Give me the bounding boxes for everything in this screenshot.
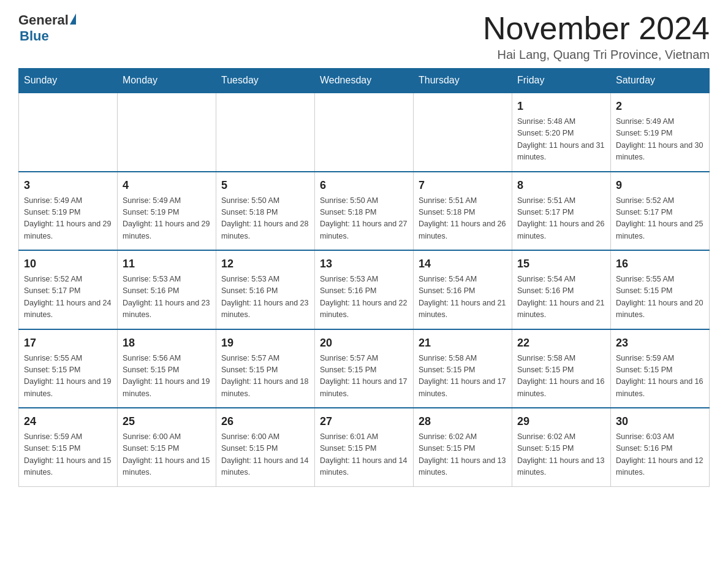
day-number: 1 xyxy=(517,98,605,115)
calendar-cell: 2Sunrise: 5:49 AM Sunset: 5:19 PM Daylig… xyxy=(611,93,710,172)
day-info: Sunrise: 6:03 AM Sunset: 5:16 PM Dayligh… xyxy=(616,431,704,479)
day-info: Sunrise: 5:55 AM Sunset: 5:15 PM Dayligh… xyxy=(24,353,112,400)
day-info: Sunrise: 5:54 AM Sunset: 5:16 PM Dayligh… xyxy=(419,274,507,321)
month-title: November 2024 xyxy=(483,12,710,44)
day-number: 30 xyxy=(616,413,704,430)
day-info: Sunrise: 5:48 AM Sunset: 5:20 PM Dayligh… xyxy=(517,116,605,164)
page-header: General Blue November 2024 Hai Lang, Qua… xyxy=(18,12,710,62)
calendar-cell: 5Sunrise: 5:50 AM Sunset: 5:18 PM Daylig… xyxy=(216,172,315,251)
logo-blue-text: Blue xyxy=(18,28,49,44)
day-info: Sunrise: 5:57 AM Sunset: 5:15 PM Dayligh… xyxy=(320,353,408,400)
day-number: 18 xyxy=(123,335,211,351)
day-info: Sunrise: 5:59 AM Sunset: 5:15 PM Dayligh… xyxy=(24,431,112,479)
day-info: Sunrise: 5:53 AM Sunset: 5:16 PM Dayligh… xyxy=(123,274,211,321)
calendar-cell: 7Sunrise: 5:51 AM Sunset: 5:18 PM Daylig… xyxy=(414,172,512,251)
day-number: 22 xyxy=(517,335,605,351)
calendar-week-row: 17Sunrise: 5:55 AM Sunset: 5:15 PM Dayli… xyxy=(19,329,710,408)
logo: General Blue xyxy=(18,12,76,44)
day-number: 12 xyxy=(221,256,309,272)
day-info: Sunrise: 6:00 AM Sunset: 5:15 PM Dayligh… xyxy=(123,431,211,479)
day-info: Sunrise: 5:59 AM Sunset: 5:15 PM Dayligh… xyxy=(616,353,704,400)
calendar-table: SundayMondayTuesdayWednesdayThursdayFrid… xyxy=(18,68,710,487)
day-number: 25 xyxy=(123,413,211,430)
day-info: Sunrise: 6:02 AM Sunset: 5:15 PM Dayligh… xyxy=(419,431,507,479)
day-number: 7 xyxy=(419,177,507,194)
day-number: 15 xyxy=(517,256,605,272)
calendar-cell: 28Sunrise: 6:02 AM Sunset: 5:15 PM Dayli… xyxy=(414,408,512,486)
calendar-cell: 24Sunrise: 5:59 AM Sunset: 5:15 PM Dayli… xyxy=(19,408,118,486)
calendar-cell: 13Sunrise: 5:53 AM Sunset: 5:16 PM Dayli… xyxy=(315,250,414,329)
day-info: Sunrise: 5:49 AM Sunset: 5:19 PM Dayligh… xyxy=(24,195,112,243)
calendar-cell xyxy=(216,93,315,172)
day-info: Sunrise: 5:50 AM Sunset: 5:18 PM Dayligh… xyxy=(221,195,309,243)
day-number: 3 xyxy=(24,177,112,194)
day-number: 21 xyxy=(419,335,507,351)
weekday-header-saturday: Saturday xyxy=(611,69,710,93)
calendar-cell: 21Sunrise: 5:58 AM Sunset: 5:15 PM Dayli… xyxy=(414,329,512,408)
calendar-cell xyxy=(315,93,414,172)
day-info: Sunrise: 6:02 AM Sunset: 5:15 PM Dayligh… xyxy=(517,431,605,479)
weekday-header-wednesday: Wednesday xyxy=(315,69,414,93)
day-info: Sunrise: 5:51 AM Sunset: 5:18 PM Dayligh… xyxy=(419,195,507,243)
weekday-header-friday: Friday xyxy=(512,69,611,93)
day-number: 6 xyxy=(320,177,408,194)
day-info: Sunrise: 5:58 AM Sunset: 5:15 PM Dayligh… xyxy=(517,353,605,400)
calendar-cell: 15Sunrise: 5:54 AM Sunset: 5:16 PM Dayli… xyxy=(512,250,611,329)
calendar-week-row: 1Sunrise: 5:48 AM Sunset: 5:20 PM Daylig… xyxy=(19,93,710,172)
day-number: 20 xyxy=(320,335,408,351)
day-number: 2 xyxy=(616,98,704,115)
logo-text: General xyxy=(18,12,76,28)
logo-arrow-icon xyxy=(70,13,76,25)
day-number: 29 xyxy=(517,413,605,430)
calendar-cell: 25Sunrise: 6:00 AM Sunset: 5:15 PM Dayli… xyxy=(118,408,216,486)
calendar-cell: 29Sunrise: 6:02 AM Sunset: 5:15 PM Dayli… xyxy=(512,408,611,486)
calendar-cell: 19Sunrise: 5:57 AM Sunset: 5:15 PM Dayli… xyxy=(216,329,315,408)
calendar-cell: 20Sunrise: 5:57 AM Sunset: 5:15 PM Dayli… xyxy=(315,329,414,408)
calendar-cell: 27Sunrise: 6:01 AM Sunset: 5:15 PM Dayli… xyxy=(315,408,414,486)
day-number: 24 xyxy=(24,413,112,430)
calendar-cell: 17Sunrise: 5:55 AM Sunset: 5:15 PM Dayli… xyxy=(19,329,118,408)
day-number: 26 xyxy=(221,413,309,430)
calendar-cell: 9Sunrise: 5:52 AM Sunset: 5:17 PM Daylig… xyxy=(611,172,710,251)
day-number: 10 xyxy=(24,256,112,272)
day-number: 17 xyxy=(24,335,112,351)
day-number: 8 xyxy=(517,177,605,194)
day-number: 9 xyxy=(616,177,704,194)
day-info: Sunrise: 5:53 AM Sunset: 5:16 PM Dayligh… xyxy=(221,274,309,321)
calendar-cell: 14Sunrise: 5:54 AM Sunset: 5:16 PM Dayli… xyxy=(414,250,512,329)
day-info: Sunrise: 5:52 AM Sunset: 5:17 PM Dayligh… xyxy=(24,274,112,321)
day-info: Sunrise: 5:50 AM Sunset: 5:18 PM Dayligh… xyxy=(320,195,408,243)
day-info: Sunrise: 5:58 AM Sunset: 5:15 PM Dayligh… xyxy=(419,353,507,400)
day-number: 19 xyxy=(221,335,309,351)
weekday-header-tuesday: Tuesday xyxy=(216,69,315,93)
day-info: Sunrise: 5:53 AM Sunset: 5:16 PM Dayligh… xyxy=(320,274,408,321)
location-subtitle: Hai Lang, Quang Tri Province, Vietnam xyxy=(483,48,710,62)
calendar-week-row: 10Sunrise: 5:52 AM Sunset: 5:17 PM Dayli… xyxy=(19,250,710,329)
day-number: 5 xyxy=(221,177,309,194)
calendar-cell: 23Sunrise: 5:59 AM Sunset: 5:15 PM Dayli… xyxy=(611,329,710,408)
calendar-cell: 1Sunrise: 5:48 AM Sunset: 5:20 PM Daylig… xyxy=(512,93,611,172)
weekday-header-monday: Monday xyxy=(118,69,216,93)
calendar-cell xyxy=(19,93,118,172)
day-info: Sunrise: 5:49 AM Sunset: 5:19 PM Dayligh… xyxy=(616,116,704,164)
weekday-header-sunday: Sunday xyxy=(19,69,118,93)
day-info: Sunrise: 6:00 AM Sunset: 5:15 PM Dayligh… xyxy=(221,431,309,479)
day-number: 4 xyxy=(123,177,211,194)
day-info: Sunrise: 5:55 AM Sunset: 5:15 PM Dayligh… xyxy=(616,274,704,321)
title-section: November 2024 Hai Lang, Quang Tri Provin… xyxy=(483,12,710,62)
calendar-week-row: 3Sunrise: 5:49 AM Sunset: 5:19 PM Daylig… xyxy=(19,172,710,251)
calendar-cell: 11Sunrise: 5:53 AM Sunset: 5:16 PM Dayli… xyxy=(118,250,216,329)
day-number: 11 xyxy=(123,256,211,272)
calendar-cell: 6Sunrise: 5:50 AM Sunset: 5:18 PM Daylig… xyxy=(315,172,414,251)
calendar-cell: 18Sunrise: 5:56 AM Sunset: 5:15 PM Dayli… xyxy=(118,329,216,408)
day-info: Sunrise: 5:52 AM Sunset: 5:17 PM Dayligh… xyxy=(616,195,704,243)
weekday-header-thursday: Thursday xyxy=(414,69,512,93)
day-number: 28 xyxy=(419,413,507,430)
day-info: Sunrise: 5:54 AM Sunset: 5:16 PM Dayligh… xyxy=(517,274,605,321)
day-number: 16 xyxy=(616,256,704,272)
day-info: Sunrise: 5:57 AM Sunset: 5:15 PM Dayligh… xyxy=(221,353,309,400)
day-info: Sunrise: 5:56 AM Sunset: 5:15 PM Dayligh… xyxy=(123,353,211,400)
day-number: 23 xyxy=(616,335,704,351)
calendar-cell: 12Sunrise: 5:53 AM Sunset: 5:16 PM Dayli… xyxy=(216,250,315,329)
day-info: Sunrise: 6:01 AM Sunset: 5:15 PM Dayligh… xyxy=(320,431,408,479)
